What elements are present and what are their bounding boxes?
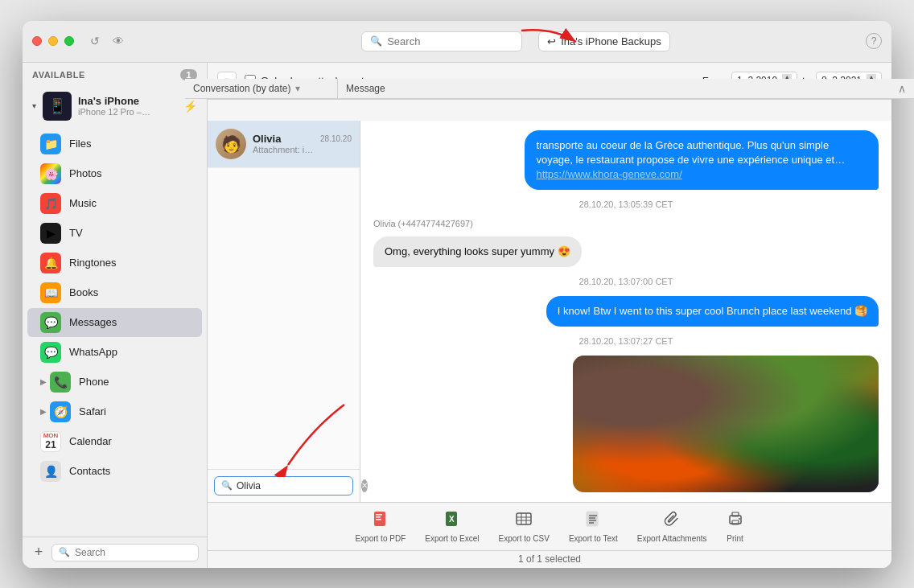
export-excel-icon: X — [443, 510, 461, 532]
eye-icon[interactable]: 👁 — [113, 35, 124, 47]
tv-icon: ▶ — [40, 223, 61, 244]
export-pdf-icon — [372, 510, 389, 532]
close-button[interactable] — [32, 36, 42, 46]
sidebar-item-label: Music — [69, 197, 97, 209]
sidebar-item-label: Contacts — [69, 465, 110, 477]
message-bubble-outgoing-2: I know! Btw I went to this super cool Br… — [546, 296, 879, 327]
sidebar-item-label: WhatsApp — [69, 346, 117, 358]
bottom-toolbar: Export to PDF X Export to Excel Export t… — [208, 502, 891, 550]
maximize-button[interactable] — [64, 36, 74, 46]
main-window: ↺ 👁 🔍 ↩ Ina's iPhone Backups — [23, 21, 891, 568]
sidebar-item-contacts[interactable]: 👤 Contacts — [27, 457, 202, 486]
sidebar-item-label: Messages — [69, 316, 117, 328]
svg-point-21 — [739, 518, 740, 520]
sidebar-item-label: TV — [69, 227, 83, 239]
chat-messages[interactable]: transporte au coeur de la Grèce authenti… — [360, 121, 891, 502]
olivia-name: Olivia — [253, 133, 281, 145]
ringtones-icon: 🔔 — [40, 253, 61, 273]
titlebar: ↺ 👁 🔍 ↩ Ina's iPhone Backups — [23, 21, 891, 63]
message-link[interactable]: https://www.khora-geneve.com/ — [536, 168, 681, 180]
olivia-date: 28.10.20 — [320, 134, 352, 143]
timestamp-1: 28.10.20, 13:05:39 CET — [373, 199, 879, 209]
export-csv-button[interactable]: Export to CSV — [499, 510, 550, 543]
sidebar-item-files[interactable]: 📁 Files — [27, 130, 202, 158]
safari-icon: 🧭 — [50, 401, 71, 422]
traffic-lights — [32, 36, 74, 46]
olivia-name-row: Olivia 28.10.20 — [253, 133, 352, 145]
olivia-conv-info: Olivia 28.10.20 Attachment: i… — [253, 133, 352, 154]
export-attachments-button[interactable]: Export Attachments — [637, 510, 707, 543]
sidebar-item-label: Files — [69, 138, 91, 150]
sidebar-item-whatsapp[interactable]: 💬 WhatsApp — [27, 338, 202, 367]
sidebar-item-ringtones[interactable]: 🔔 Ringtones — [27, 249, 202, 278]
conversation-search-input[interactable] — [237, 480, 357, 491]
export-text-button[interactable]: Export to Text — [569, 510, 618, 543]
sidebar-header: AVAILABLE 1 — [23, 63, 207, 87]
sidebar-item-books[interactable]: 📖 Books — [27, 278, 202, 307]
phone-icon: 📞 — [50, 372, 71, 393]
print-icon — [727, 510, 744, 532]
export-csv-label: Export to CSV — [499, 534, 550, 543]
sidebar-item-safari[interactable]: ▶ 🧭 Safari — [27, 397, 202, 426]
export-attachments-icon — [663, 510, 681, 532]
arrow-annotation — [513, 24, 586, 60]
conversation-item-olivia[interactable]: 🧑 Olivia 28.10.20 Attachment: i… — [208, 121, 360, 168]
sidebar-item-messages[interactable]: 💬 Messages — [27, 308, 202, 337]
export-excel-label: Export to Excel — [425, 534, 479, 543]
sidebar-item-photos[interactable]: 🌸 Photos — [27, 159, 202, 188]
sidebar-search-bar[interactable]: 🔍 — [51, 544, 199, 561]
global-search-input[interactable] — [387, 35, 513, 47]
sidebar-item-label: Calendar — [69, 435, 112, 447]
message-text-1: transporte au coeur de la Grèce authenti… — [536, 139, 845, 166]
sidebar-search-input[interactable] — [75, 547, 191, 558]
books-icon: 📖 — [40, 282, 61, 303]
titlebar-center: 🔍 ↩ Ina's iPhone Backups — [124, 31, 859, 51]
olivia-avatar: 🧑 — [216, 129, 246, 159]
export-attachments-label: Export Attachments — [637, 534, 707, 543]
message-text-3: I know! Btw I went to this super cool Br… — [558, 305, 867, 317]
sidebar-item-phone[interactable]: ▶ 📞 Phone — [27, 368, 202, 397]
help-button[interactable]: ? — [866, 33, 882, 49]
print-label: Print — [727, 534, 743, 543]
chat-area: transporte au coeur de la Grèce authenti… — [360, 121, 891, 502]
svg-text:X: X — [449, 515, 455, 524]
status-bar: 1 of 1 selected — [208, 550, 891, 568]
sidebar-item-label: Photos — [69, 167, 101, 179]
device-info: Ina's iPhone iPhone 12 Pro –… — [78, 95, 177, 117]
messages-container: Conversation (by date) ▾ Message ∧ 🧑 — [208, 100, 891, 502]
export-pdf-label: Export to PDF — [355, 534, 406, 543]
content-area: ▾ Only show attachments From 1. 3.2019 ▲… — [208, 63, 891, 568]
main-content: AVAILABLE 1 ▾ 📱 Ina's iPhone iPhone 12 P… — [23, 63, 891, 568]
svg-rect-3 — [376, 514, 382, 516]
device-name: Ina's iPhone — [78, 95, 177, 107]
sender-label-1: Olivia (+4474774427697) — [373, 219, 879, 228]
message-image — [573, 356, 879, 491]
messages-icon: 💬 — [40, 312, 61, 333]
sidebar-items: 📁 Files 🌸 Photos 🎵 Music ▶ TV 🔔 Ri — [23, 125, 207, 537]
files-icon: 📁 — [40, 134, 61, 154]
conversation-search-wrapper: 🔍 ✕ — [208, 469, 360, 502]
message-text-2: Omg, everything looks super yummy 😍 — [385, 245, 570, 257]
search-icon: 🔍 — [370, 35, 382, 47]
export-pdf-button[interactable]: Export to PDF — [355, 510, 406, 543]
minimize-button[interactable] — [48, 36, 58, 46]
global-search-bar[interactable]: 🔍 — [361, 31, 522, 51]
message-bubble-outgoing-1: transporte au coeur de la Grèce authenti… — [525, 130, 879, 191]
export-excel-button[interactable]: X Export to Excel — [425, 510, 479, 543]
svg-rect-4 — [376, 516, 381, 518]
sidebar-item-music[interactable]: 🎵 Music — [27, 189, 202, 218]
conversation-search-box[interactable]: 🔍 ✕ — [214, 476, 353, 495]
svg-rect-5 — [376, 519, 381, 520]
refresh-icon[interactable]: ↺ — [90, 35, 100, 47]
message-bubble-incoming-1: Omg, everything looks super yummy 😍 — [373, 236, 582, 267]
sidebar-item-tv[interactable]: ▶ TV — [27, 219, 202, 248]
clear-search-button[interactable]: ✕ — [361, 479, 368, 492]
sidebar-item-calendar[interactable]: MON21 Calendar — [27, 427, 202, 456]
sidebar-item-label: Safari — [79, 405, 106, 417]
print-button[interactable]: Print — [727, 510, 744, 543]
contacts-icon: 👤 — [40, 461, 61, 482]
add-button[interactable]: + — [31, 545, 47, 561]
device-chevron-icon[interactable]: ▾ — [32, 101, 36, 110]
safari-chevron-icon: ▶ — [40, 407, 47, 416]
food-image — [573, 356, 879, 491]
